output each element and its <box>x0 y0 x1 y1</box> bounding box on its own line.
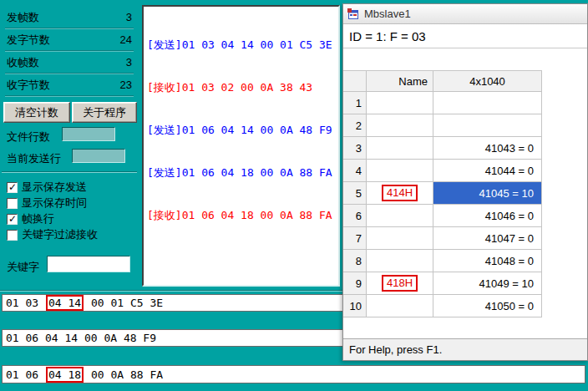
grid-header-row: Name 4x1040 <box>343 71 542 92</box>
value-cell[interactable]: 41048 = 0 <box>433 250 542 272</box>
value-cell-selected[interactable]: 41045 = 10 <box>433 182 542 205</box>
name-cell[interactable] <box>367 137 433 160</box>
send-file-line-3[interactable]: 01 06 04 18 00 0A 88 FA <box>2 365 585 383</box>
file-lines-label: 文件行数 <box>7 129 50 145</box>
row-number-cell[interactable]: 10 <box>343 295 367 317</box>
stat-value: 3 <box>124 11 134 23</box>
name-column-header[interactable]: Name <box>367 71 433 92</box>
name-cell[interactable] <box>367 250 433 272</box>
status-bar: For Help, press F1. <box>343 338 587 360</box>
value-cell[interactable]: 41050 = 0 <box>433 295 542 317</box>
value-cell[interactable]: 41044 = 0 <box>433 160 542 182</box>
grid-row-6: 6 41046 = 0 <box>343 205 542 227</box>
grid-row-5: 5 414H 41045 = 10 <box>343 182 542 205</box>
section-divider <box>2 171 137 173</box>
annotation-box-0418: 04 18 <box>46 367 84 383</box>
grid-row-1: 1 <box>343 92 542 114</box>
name-cell[interactable]: 418H <box>367 272 433 295</box>
hex-text: 00 0A 88 FA <box>84 368 163 381</box>
stat-label: 收字节数 <box>5 78 52 93</box>
checkbox-label: 显示保存发送 <box>22 180 87 195</box>
about-program-button[interactable]: 关于程序 <box>72 102 137 123</box>
window-title: Mbslave1 <box>364 8 411 20</box>
stat-row-frames-sent: 发帧数 3 <box>5 7 134 28</box>
checkbox-label: 显示保存时间 <box>22 196 87 211</box>
row-number-cell[interactable]: 3 <box>343 137 367 160</box>
clear-counters-button[interactable]: 清空计数 <box>3 102 70 123</box>
grid-row-2: 2 <box>343 114 542 137</box>
address-column-header[interactable]: 4x1040 <box>433 71 542 92</box>
name-cell[interactable] <box>367 160 433 182</box>
checkbox-row-frame-newline[interactable]: 帧换行 <box>7 212 54 226</box>
slave-id-function-header: ID = 1: F = 03 <box>343 24 587 48</box>
mbslave-title-bar[interactable]: Mbslave1 <box>343 4 587 24</box>
row-number-cell[interactable]: 9 <box>343 272 367 295</box>
corner-header-cell <box>343 71 367 92</box>
stat-value: 3 <box>124 56 134 69</box>
log-line-send: [发送]01 03 04 14 00 01 C5 3E <box>147 38 335 52</box>
stat-row-bytes-received: 收字节数 23 <box>5 74 134 96</box>
keyword-label: 关键字 <box>7 260 39 275</box>
stat-label: 收帧数 <box>5 55 41 70</box>
mbslave-window: Mbslave1 ID = 1: F = 03 Name 4x1040 1 2 … <box>342 3 588 361</box>
name-cell[interactable] <box>367 92 433 114</box>
stat-label: 发字节数 <box>5 33 52 48</box>
value-cell[interactable] <box>433 92 542 114</box>
frame-newline-checkbox[interactable] <box>7 214 18 225</box>
grid-row-8: 8 41048 = 0 <box>343 250 542 272</box>
name-cell[interactable] <box>367 205 433 227</box>
row-number-cell[interactable]: 5 <box>343 182 367 205</box>
value-cell[interactable]: 41043 = 0 <box>433 137 542 160</box>
serial-debug-app: 发帧数 3 发字节数 24 收帧数 3 收字节数 23 清空计数 关于程序 文件… <box>0 0 588 391</box>
checkbox-label: 帧换行 <box>22 211 54 226</box>
show-save-send-checkbox[interactable] <box>7 182 18 193</box>
name-cell[interactable]: 414H <box>367 182 433 205</box>
log-line-send: [发送]01 06 04 18 00 0A 88 FA <box>147 165 335 180</box>
row-number-cell[interactable]: 7 <box>343 227 367 250</box>
value-cell[interactable] <box>433 114 542 137</box>
stat-row-bytes-sent: 发字节数 24 <box>5 29 134 51</box>
annotation-box-0414: 04 14 <box>46 295 84 311</box>
current-send-line-label: 当前发送行 <box>7 151 61 166</box>
checkbox-row-keyword-filter[interactable]: 关键字过滤接收 <box>7 228 98 241</box>
annotation-414h: 414H <box>382 185 418 201</box>
grid-row-3: 3 41043 = 0 <box>343 137 542 160</box>
row-number-cell[interactable]: 8 <box>343 250 367 272</box>
current-send-line-field[interactable] <box>72 149 125 163</box>
grid-row-4: 4 41044 = 0 <box>343 160 542 182</box>
hex-text: 01 06 <box>6 368 45 381</box>
log-line-receive: [接收]01 03 02 00 0A 38 43 <box>147 80 335 94</box>
row-number-cell[interactable]: 4 <box>343 160 367 182</box>
register-grid: Name 4x1040 1 2 3 41043 = 0 4 410 <box>343 70 542 317</box>
show-save-time-checkbox[interactable] <box>7 198 18 209</box>
value-cell[interactable]: 41049 = 10 <box>433 272 542 295</box>
name-cell[interactable] <box>367 227 433 250</box>
stat-value: 24 <box>119 33 134 46</box>
mbslave-window-icon <box>347 8 359 20</box>
row-number-cell[interactable]: 2 <box>343 114 367 137</box>
grid-row-10: 10 41050 = 0 <box>343 295 542 317</box>
value-cell[interactable]: 41046 = 0 <box>433 205 542 227</box>
keyword-input[interactable] <box>47 256 130 272</box>
hex-text: 01 06 04 14 00 0A 48 F9 <box>6 332 156 344</box>
file-lines-field[interactable] <box>62 127 115 141</box>
checkbox-label: 关键字过滤接收 <box>22 227 98 242</box>
name-cell[interactable] <box>367 114 433 137</box>
name-cell[interactable] <box>367 295 433 317</box>
log-line-send: [发送]01 06 04 14 00 0A 48 F9 <box>147 123 335 137</box>
comm-log[interactable]: [发送]01 03 04 14 00 01 C5 3E [接收]01 03 02… <box>142 5 340 287</box>
checkbox-row-show-save-send[interactable]: 显示保存发送 <box>7 180 87 194</box>
stat-row-frames-received: 收帧数 3 <box>5 52 134 74</box>
checkbox-row-show-save-time[interactable]: 显示保存时间 <box>7 196 87 210</box>
value-cell[interactable]: 41047 = 0 <box>433 227 542 250</box>
grid-row-9: 9 418H 41049 = 10 <box>343 272 542 295</box>
stat-value: 23 <box>119 79 134 91</box>
annotation-418h: 418H <box>382 275 418 292</box>
hex-text: 00 01 C5 3E <box>84 297 163 309</box>
grid-row-7: 7 41047 = 0 <box>343 227 542 250</box>
stat-label: 发帧数 <box>5 10 41 25</box>
row-number-cell[interactable]: 1 <box>343 92 367 114</box>
hex-text: 01 03 <box>6 297 45 309</box>
row-number-cell[interactable]: 6 <box>343 205 367 227</box>
keyword-filter-checkbox[interactable] <box>7 230 18 241</box>
